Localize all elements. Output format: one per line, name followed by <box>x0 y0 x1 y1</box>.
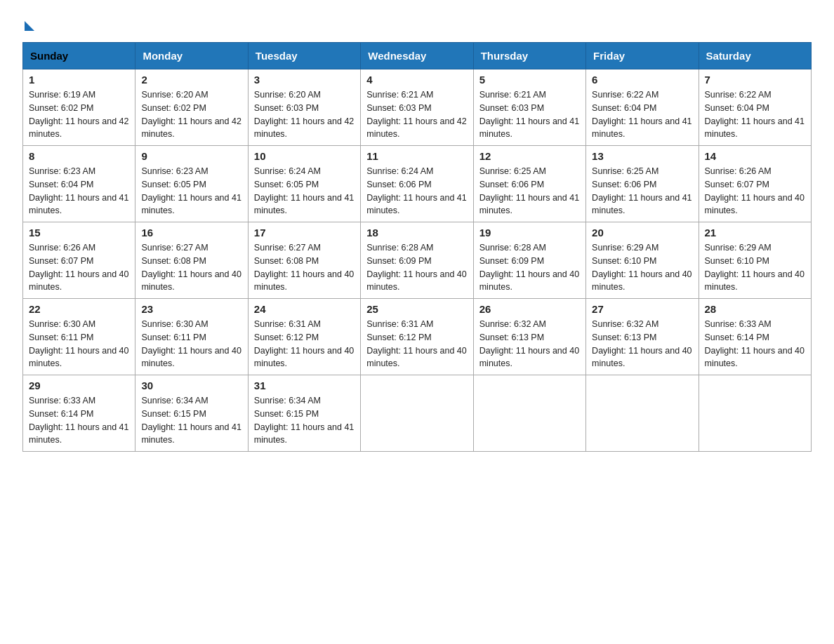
day-info: Sunrise: 6:33 AMSunset: 6:14 PMDaylight:… <box>29 394 129 447</box>
day-info: Sunrise: 6:29 AMSunset: 6:10 PMDaylight:… <box>592 241 692 294</box>
day-info: Sunrise: 6:21 AMSunset: 6:03 PMDaylight:… <box>366 88 467 141</box>
calendar-cell <box>473 375 585 452</box>
day-info: Sunrise: 6:23 AMSunset: 6:05 PMDaylight:… <box>141 165 241 217</box>
day-info: Sunrise: 6:22 AMSunset: 6:04 PMDaylight:… <box>592 88 692 141</box>
col-header-friday: Friday <box>586 43 699 69</box>
calendar-cell: 29Sunrise: 6:33 AMSunset: 6:14 PMDayligh… <box>23 375 135 452</box>
day-number: 12 <box>479 150 580 162</box>
calendar-cell: 9Sunrise: 6:23 AMSunset: 6:05 PMDaylight… <box>135 146 248 222</box>
day-number: 17 <box>254 227 355 239</box>
day-info: Sunrise: 6:26 AMSunset: 6:07 PMDaylight:… <box>29 241 129 294</box>
calendar-cell: 11Sunrise: 6:24 AMSunset: 6:06 PMDayligh… <box>361 146 473 222</box>
calendar-cell: 27Sunrise: 6:32 AMSunset: 6:13 PMDayligh… <box>586 299 699 375</box>
calendar-cell: 31Sunrise: 6:34 AMSunset: 6:15 PMDayligh… <box>248 375 360 452</box>
calendar-cell: 10Sunrise: 6:24 AMSunset: 6:05 PMDayligh… <box>248 146 360 222</box>
day-number: 10 <box>254 150 355 162</box>
calendar-cell: 5Sunrise: 6:21 AMSunset: 6:03 PMDaylight… <box>473 69 585 146</box>
day-number: 22 <box>29 303 129 315</box>
day-info: Sunrise: 6:23 AMSunset: 6:04 PMDaylight:… <box>29 165 129 217</box>
col-header-monday: Monday <box>135 43 248 69</box>
day-info: Sunrise: 6:31 AMSunset: 6:12 PMDaylight:… <box>254 318 355 370</box>
day-number: 5 <box>479 74 580 86</box>
day-number: 19 <box>479 227 580 239</box>
calendar-cell: 12Sunrise: 6:25 AMSunset: 6:06 PMDayligh… <box>473 146 585 222</box>
calendar-cell: 23Sunrise: 6:30 AMSunset: 6:11 PMDayligh… <box>135 299 248 375</box>
day-number: 29 <box>29 380 129 391</box>
calendar-cell: 19Sunrise: 6:28 AMSunset: 6:09 PMDayligh… <box>473 222 585 299</box>
week-row-3: 15Sunrise: 6:26 AMSunset: 6:07 PMDayligh… <box>23 222 812 299</box>
calendar-cell: 4Sunrise: 6:21 AMSunset: 6:03 PMDaylight… <box>361 69 473 146</box>
calendar-cell: 22Sunrise: 6:30 AMSunset: 6:11 PMDayligh… <box>23 299 135 375</box>
day-info: Sunrise: 6:31 AMSunset: 6:12 PMDaylight:… <box>366 318 467 370</box>
day-info: Sunrise: 6:21 AMSunset: 6:03 PMDaylight:… <box>479 88 580 141</box>
calendar-cell <box>699 375 811 452</box>
day-number: 18 <box>366 227 467 239</box>
calendar-cell: 18Sunrise: 6:28 AMSunset: 6:09 PMDayligh… <box>361 222 473 299</box>
logo-triangle-icon <box>25 21 34 31</box>
calendar-cell: 25Sunrise: 6:31 AMSunset: 6:12 PMDayligh… <box>361 299 473 375</box>
day-number: 7 <box>705 74 805 86</box>
calendar-cell: 6Sunrise: 6:22 AMSunset: 6:04 PMDaylight… <box>586 69 699 146</box>
day-number: 14 <box>705 150 805 162</box>
day-info: Sunrise: 6:22 AMSunset: 6:04 PMDaylight:… <box>705 88 805 141</box>
calendar-cell: 20Sunrise: 6:29 AMSunset: 6:10 PMDayligh… <box>586 222 699 299</box>
calendar-cell <box>361 375 473 452</box>
calendar-cell: 15Sunrise: 6:26 AMSunset: 6:07 PMDayligh… <box>23 222 135 299</box>
calendar-cell: 30Sunrise: 6:34 AMSunset: 6:15 PMDayligh… <box>135 375 248 452</box>
day-info: Sunrise: 6:28 AMSunset: 6:09 PMDaylight:… <box>479 241 580 294</box>
week-row-1: 1Sunrise: 6:19 AMSunset: 6:02 PMDaylight… <box>23 69 812 146</box>
day-info: Sunrise: 6:20 AMSunset: 6:02 PMDaylight:… <box>141 88 241 141</box>
day-number: 13 <box>592 150 692 162</box>
col-header-thursday: Thursday <box>473 43 585 69</box>
day-number: 27 <box>592 303 692 315</box>
calendar-cell: 16Sunrise: 6:27 AMSunset: 6:08 PMDayligh… <box>135 222 248 299</box>
calendar-cell: 8Sunrise: 6:23 AMSunset: 6:04 PMDaylight… <box>23 146 135 222</box>
day-info: Sunrise: 6:27 AMSunset: 6:08 PMDaylight:… <box>141 241 241 294</box>
calendar-cell <box>586 375 699 452</box>
day-info: Sunrise: 6:25 AMSunset: 6:06 PMDaylight:… <box>479 165 580 217</box>
col-header-tuesday: Tuesday <box>248 43 360 69</box>
calendar-cell: 1Sunrise: 6:19 AMSunset: 6:02 PMDaylight… <box>23 69 135 146</box>
day-number: 8 <box>29 150 129 162</box>
logo <box>22 17 34 31</box>
calendar-cell: 28Sunrise: 6:33 AMSunset: 6:14 PMDayligh… <box>699 299 811 375</box>
calendar-cell: 2Sunrise: 6:20 AMSunset: 6:02 PMDaylight… <box>135 69 248 146</box>
calendar-cell: 21Sunrise: 6:29 AMSunset: 6:10 PMDayligh… <box>699 222 811 299</box>
day-number: 16 <box>141 227 241 239</box>
day-info: Sunrise: 6:25 AMSunset: 6:06 PMDaylight:… <box>592 165 692 217</box>
calendar-cell: 7Sunrise: 6:22 AMSunset: 6:04 PMDaylight… <box>699 69 811 146</box>
day-number: 30 <box>141 380 241 391</box>
day-info: Sunrise: 6:34 AMSunset: 6:15 PMDaylight:… <box>254 394 355 447</box>
day-info: Sunrise: 6:30 AMSunset: 6:11 PMDaylight:… <box>141 318 241 370</box>
calendar-table: SundayMondayTuesdayWednesdayThursdayFrid… <box>22 42 812 452</box>
day-number: 1 <box>29 74 129 86</box>
week-row-2: 8Sunrise: 6:23 AMSunset: 6:04 PMDaylight… <box>23 146 812 222</box>
day-info: Sunrise: 6:24 AMSunset: 6:06 PMDaylight:… <box>366 165 467 217</box>
day-number: 21 <box>705 227 805 239</box>
day-info: Sunrise: 6:19 AMSunset: 6:02 PMDaylight:… <box>29 88 129 141</box>
day-number: 26 <box>479 303 580 315</box>
day-info: Sunrise: 6:30 AMSunset: 6:11 PMDaylight:… <box>29 318 129 370</box>
day-number: 4 <box>366 74 467 86</box>
day-info: Sunrise: 6:28 AMSunset: 6:09 PMDaylight:… <box>366 241 467 294</box>
day-number: 31 <box>254 380 355 391</box>
day-info: Sunrise: 6:24 AMSunset: 6:05 PMDaylight:… <box>254 165 355 217</box>
day-number: 6 <box>592 74 692 86</box>
day-info: Sunrise: 6:32 AMSunset: 6:13 PMDaylight:… <box>479 318 580 370</box>
day-number: 2 <box>141 74 241 86</box>
day-number: 20 <box>592 227 692 239</box>
col-header-sunday: Sunday <box>23 43 135 69</box>
calendar-cell: 3Sunrise: 6:20 AMSunset: 6:03 PMDaylight… <box>248 69 360 146</box>
day-number: 3 <box>254 74 355 86</box>
calendar-cell: 14Sunrise: 6:26 AMSunset: 6:07 PMDayligh… <box>699 146 811 222</box>
calendar-cell: 26Sunrise: 6:32 AMSunset: 6:13 PMDayligh… <box>473 299 585 375</box>
day-number: 11 <box>366 150 467 162</box>
day-info: Sunrise: 6:20 AMSunset: 6:03 PMDaylight:… <box>254 88 355 141</box>
col-header-wednesday: Wednesday <box>361 43 473 69</box>
page-header <box>22 17 812 31</box>
calendar-cell: 13Sunrise: 6:25 AMSunset: 6:06 PMDayligh… <box>586 146 699 222</box>
day-number: 28 <box>705 303 805 315</box>
day-info: Sunrise: 6:33 AMSunset: 6:14 PMDaylight:… <box>705 318 805 370</box>
week-row-5: 29Sunrise: 6:33 AMSunset: 6:14 PMDayligh… <box>23 375 812 452</box>
day-info: Sunrise: 6:32 AMSunset: 6:13 PMDaylight:… <box>592 318 692 370</box>
